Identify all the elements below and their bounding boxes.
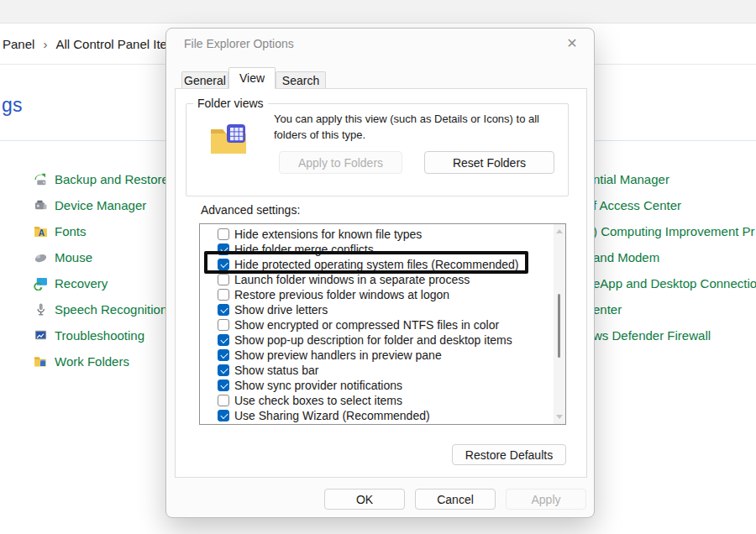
cp-item-label: enter <box>593 302 622 317</box>
cp-item-label: Fonts <box>55 224 87 238</box>
scrollbar[interactable] <box>554 224 565 424</box>
cp-item-credential-manager-fragment[interactable]: ntial Manager <box>593 166 669 192</box>
setting-restore-previous-windows[interactable]: Restore previous folder windows at logon <box>200 287 549 302</box>
folder-views-legend: Folder views <box>193 97 268 110</box>
fonts-icon: A <box>34 224 48 238</box>
cp-item-label: Speech Recognition <box>55 302 167 317</box>
setting-show-preview-handlers[interactable]: Show preview handlers in preview pane <box>200 348 549 363</box>
cancel-button[interactable]: Cancel <box>415 489 496 510</box>
checkbox[interactable] <box>218 319 229 331</box>
checkbox[interactable] <box>218 289 229 301</box>
setting-show-sync-notifications[interactable]: Show sync provider notifications <box>200 378 549 393</box>
advanced-settings-list[interactable]: Hide extensions for known file types Hid… <box>199 223 566 425</box>
cp-item-defender-firewall-fragment[interactable]: ws Defender Firewall <box>593 322 711 348</box>
cp-item-remoteapp-connections-fragment[interactable]: eApp and Desktop Connectio <box>593 270 756 296</box>
setting-show-status-bar[interactable]: Show status bar <box>200 363 549 378</box>
cp-item-fonts[interactable]: A Fonts <box>34 218 87 244</box>
cp-item-label: and Modem <box>593 250 659 264</box>
chevron-up-icon[interactable] <box>556 229 563 233</box>
backup-restore-icon <box>34 172 48 186</box>
checkbox[interactable] <box>218 304 229 316</box>
screenshot-root: Panel › All Control Panel Item gs Backup… <box>0 0 756 534</box>
cp-item-label: eApp and Desktop Connectio <box>593 276 756 291</box>
window-top-bar <box>0 0 756 24</box>
cp-item-label: Work Folders <box>55 354 129 369</box>
checkbox[interactable] <box>218 228 229 240</box>
dialog-title: File Explorer Options <box>184 37 294 50</box>
checkbox[interactable] <box>218 334 229 346</box>
checkbox[interactable] <box>218 410 229 421</box>
cp-item-troubleshooting[interactable]: Troubleshooting <box>34 322 144 348</box>
setting-launch-separate-process[interactable]: Launch folder windows in a separate proc… <box>200 272 549 287</box>
troubleshooting-icon <box>34 328 48 343</box>
dialog-footer: OK Cancel Apply <box>166 477 594 517</box>
setting-show-drive-letters[interactable]: Show drive letters <box>200 302 549 317</box>
cp-item-mouse[interactable]: Mouse <box>34 244 92 270</box>
cp-item-label: ws Defender Firewall <box>593 328 711 343</box>
cp-item-label: ) Computing Improvement Pr <box>593 224 755 238</box>
cp-item-backup-and-restore[interactable]: Backup and Restore <box>34 166 169 192</box>
cp-item-computing-improvement-fragment[interactable]: ) Computing Improvement Pr <box>593 218 755 244</box>
scrollbar-thumb[interactable] <box>558 294 560 358</box>
reset-folders-button[interactable]: Reset Folders <box>424 151 554 174</box>
cp-item-label: Mouse <box>55 250 92 264</box>
cp-item-label: Recovery <box>55 276 108 291</box>
cp-item-label: Device Manager <box>55 198 146 212</box>
cp-item-device-manager[interactable]: Device Manager <box>34 192 146 218</box>
folder-views-icon <box>208 119 249 160</box>
mouse-icon <box>34 250 48 264</box>
tab-general[interactable]: General <box>181 71 228 89</box>
advanced-settings-label: Advanced settings: <box>201 203 300 217</box>
cp-item-recovery[interactable]: Recovery <box>34 270 108 296</box>
chevron-right-icon: › <box>43 37 47 51</box>
checkbox[interactable] <box>218 274 229 285</box>
cp-item-label: Troubleshooting <box>55 328 144 343</box>
setting-use-sharing-wizard[interactable]: Use Sharing Wizard (Recommended) <box>200 408 549 423</box>
checkbox[interactable] <box>218 364 229 376</box>
cp-item-work-folders[interactable]: Work Folders <box>34 348 129 374</box>
setting-hide-protected-os-files[interactable]: Hide protected operating system files (R… <box>200 257 549 272</box>
folder-views-description: You can apply this view (such as Details… <box>274 111 580 143</box>
close-icon[interactable]: ✕ <box>563 34 581 52</box>
cp-item-center-fragment[interactable]: enter <box>593 296 622 322</box>
view-tab-page: Folder views You c <box>175 88 587 478</box>
recovery-icon <box>34 276 48 291</box>
restore-defaults-button[interactable]: Restore Defaults <box>452 444 566 465</box>
checkbox[interactable] <box>218 243 229 255</box>
folder-views-groupbox: Folder views You c <box>186 103 569 196</box>
checkbox[interactable] <box>218 380 229 391</box>
work-folders-icon <box>34 354 48 369</box>
speech-recognition-icon <box>34 302 48 317</box>
apply-button[interactable]: Apply <box>506 489 586 510</box>
cp-item-speech-recognition[interactable]: Speech Recognition <box>34 296 167 322</box>
checkbox[interactable] <box>218 395 229 406</box>
checkbox[interactable] <box>218 259 229 270</box>
setting-hide-extensions[interactable]: Hide extensions for known file types <box>200 227 549 242</box>
cp-item-phone-and-modem-fragment[interactable]: and Modem <box>593 244 659 270</box>
cp-item-ease-of-access-fragment[interactable]: f Access Center <box>593 192 681 218</box>
apply-to-folders-button[interactable]: Apply to Folders <box>279 151 402 174</box>
setting-show-encrypted-ntfs[interactable]: Show encrypted or compressed NTFS files … <box>200 317 549 332</box>
file-explorer-options-dialog: File Explorer Options ✕ General View Sea… <box>165 28 595 518</box>
tab-view[interactable]: View <box>228 67 276 89</box>
checkbox[interactable] <box>218 349 229 361</box>
device-manager-icon <box>34 198 48 212</box>
tab-search[interactable]: Search <box>276 71 326 89</box>
breadcrumb-item-panel[interactable]: Panel <box>3 37 34 51</box>
cp-item-label: Backup and Restore <box>55 172 169 186</box>
cp-item-label: f Access Center <box>593 198 681 212</box>
chevron-down-icon[interactable] <box>556 415 563 419</box>
setting-use-check-boxes[interactable]: Use check boxes to select items <box>200 393 549 408</box>
cp-item-label: ntial Manager <box>593 172 669 186</box>
page-heading-fragment: gs <box>2 94 23 117</box>
setting-hide-folder-merge-conflicts[interactable]: Hide folder merge conflicts <box>200 242 549 257</box>
svg-text:A: A <box>39 228 45 238</box>
setting-show-popup-description[interactable]: Show pop-up description for folder and d… <box>200 332 549 348</box>
ok-button[interactable]: OK <box>324 489 405 510</box>
breadcrumb-item-all-control-panel-items[interactable]: All Control Panel Item <box>55 37 177 51</box>
